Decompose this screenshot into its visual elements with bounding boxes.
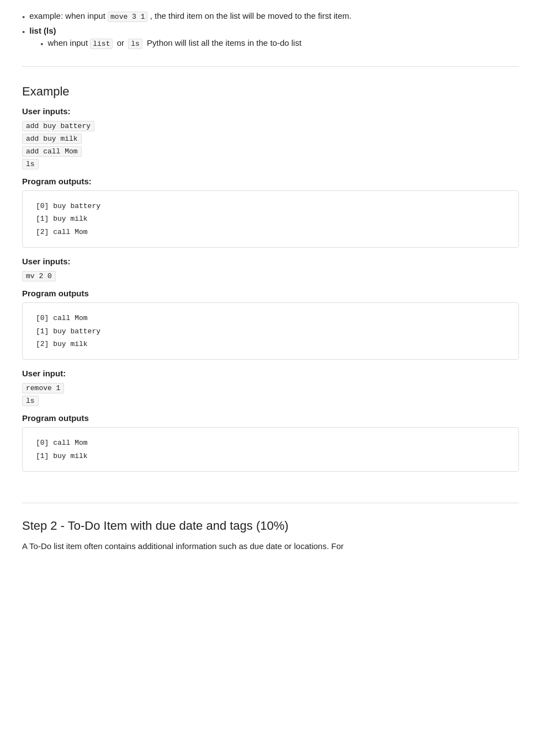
sub-bullet-dot — [40, 39, 43, 49]
program-output-box-2: [0] call Mom [1] buy battery [2] buy mil… — [22, 302, 519, 360]
output-line-1: [0] buy battery — [36, 200, 505, 212]
program-output-box-3: [0] call Mom [1] buy milk — [22, 427, 519, 472]
input-line-remove: remove 1 — [22, 383, 64, 393]
step2-title: Step 2 - To-Do Item with due date and ta… — [22, 519, 519, 533]
program-outputs-2-label: Program outputs — [22, 289, 519, 298]
step2-desc: A To-Do list item often contains additio… — [22, 540, 519, 553]
bullet-dot-list — [22, 27, 25, 36]
output2-line-1: [0] call Mom — [36, 312, 505, 324]
program-outputs-3-label: Program outputs — [22, 413, 519, 423]
user-input-3-label: User input: — [22, 369, 519, 378]
output2-line-3: [2] buy milk — [36, 338, 505, 350]
input-line-mv: mv 2 0 — [22, 271, 56, 281]
when-input-line: when input list or ls Python will list a… — [48, 38, 302, 48]
when-input-prefix: when input — [48, 38, 88, 47]
user-inputs-1-block: add buy battery add buy milk add call Mo… — [22, 120, 519, 171]
user-inputs-2-label: User inputs: — [22, 257, 519, 266]
example-title: Example — [22, 84, 519, 99]
or-text: or — [117, 38, 124, 47]
move-code: move 3 1 — [108, 12, 147, 22]
divider-1 — [22, 66, 519, 67]
ls-code: ls — [128, 39, 142, 49]
example-section: Example User inputs: add buy battery add… — [22, 77, 519, 486]
output-line-2: [1] buy milk — [36, 212, 505, 225]
user-inputs-2-block: mv 2 0 — [22, 270, 519, 283]
example-text: example: when input move 3 1 , the third… — [29, 11, 352, 21]
list-desc: Python will list all the items in the to… — [147, 38, 301, 47]
input-line-4: ls — [22, 159, 39, 169]
step2-section: Step 2 - To-Do Item with due date and ta… — [22, 513, 519, 553]
example-suffix: , the third item on the list will be mov… — [150, 11, 352, 20]
bullet-dot — [22, 12, 25, 22]
input-line-ls2: ls — [22, 396, 39, 406]
list-code: list — [90, 39, 113, 49]
output-line-3: [2] call Mom — [36, 226, 505, 238]
program-outputs-1-label: Program outputs: — [22, 177, 519, 186]
list-ls-label: list (ls) — [29, 26, 56, 35]
program-output-box-1: [0] buy battery [1] buy milk [2] call Mo… — [22, 190, 519, 248]
user-inputs-1-label: User inputs: — [22, 107, 519, 116]
output2-line-2: [1] buy battery — [36, 325, 505, 338]
input-line-3: add call Mom — [22, 146, 82, 157]
divider-2 — [22, 503, 519, 503]
output3-line-2: [1] buy milk — [36, 450, 505, 462]
example-prefix: example: when input — [29, 11, 105, 20]
input-line-2: add buy milk — [22, 134, 82, 144]
user-inputs-3-block: remove 1 ls — [22, 382, 519, 408]
input-line-1: add buy battery — [22, 121, 94, 131]
output3-line-1: [0] call Mom — [36, 436, 505, 449]
